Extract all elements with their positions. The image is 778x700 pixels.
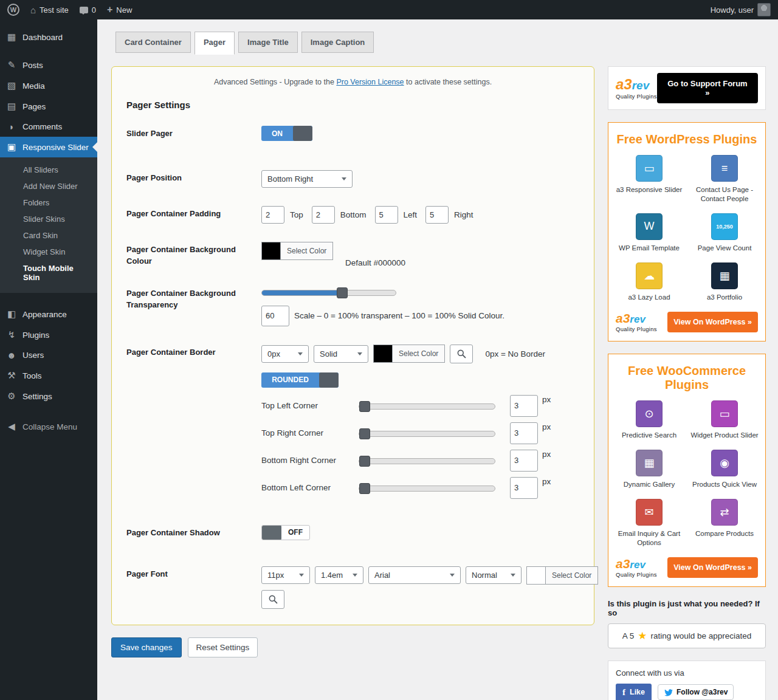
toggle-handle[interactable] — [293, 126, 312, 141]
plugin-item[interactable]: ▭ a3 Responsive Slider — [614, 155, 684, 204]
pages-icon: ▤ — [6, 101, 17, 112]
sidebar-sub-add-new-slider[interactable]: Add New Slider — [0, 178, 97, 194]
slider-pager-toggle[interactable]: ON — [261, 126, 312, 141]
plugin-item[interactable]: ☁ a3 Lazy Load — [614, 262, 684, 302]
pro-version-license-link[interactable]: Pro Version License — [336, 78, 404, 86]
view-on-wordpress-button[interactable]: View On WordPress » — [667, 557, 758, 578]
rating-box[interactable]: A 5 ★ rating would be appreciated — [608, 623, 766, 648]
font-select-color-button[interactable]: Select Color — [545, 566, 598, 585]
tab-image-caption[interactable]: Image Caption — [301, 32, 374, 53]
twitter-follow-button[interactable]: Follow @a3rev — [658, 684, 734, 700]
facebook-like-button[interactable]: f Like — [616, 684, 652, 700]
toggle-handle[interactable] — [319, 372, 339, 388]
tab-image-title[interactable]: Image Title — [238, 32, 298, 53]
padding-left-input[interactable] — [375, 206, 398, 224]
sidebar-item-posts[interactable]: ✎ Posts — [0, 55, 97, 75]
font-weight-select[interactable]: Normal — [466, 566, 522, 584]
corner-radius-input[interactable] — [510, 422, 538, 444]
corner-radius-slider[interactable] — [359, 428, 495, 439]
reset-settings-button[interactable]: Reset Settings — [188, 637, 258, 657]
background-select-color-button[interactable]: Select Color — [280, 242, 333, 260]
rounded-corners-toggle[interactable]: ROUNDED — [261, 372, 339, 388]
border-style-select[interactable]: Solid — [314, 345, 368, 363]
sidebar-sub-folders[interactable]: Folders — [0, 194, 97, 211]
padding-bottom-input[interactable] — [312, 206, 335, 224]
font-family-select[interactable]: Arial — [368, 566, 461, 584]
pager-position-select[interactable]: Bottom Right — [261, 170, 353, 188]
sidebar-item-pages[interactable]: ▤ Pages — [0, 96, 97, 117]
plugin-item[interactable]: ⊙ Predictive Search — [614, 400, 684, 440]
sidebar-item-appearance[interactable]: ◧ Appearance — [0, 304, 97, 324]
border-width-select[interactable]: 0px — [261, 345, 309, 363]
corner-radius-slider[interactable] — [359, 483, 495, 494]
support-forum-button[interactable]: Go to Support Forum » — [657, 73, 758, 103]
sidebar-sub-widget-skin[interactable]: Widget Skin — [0, 244, 97, 260]
transparency-input[interactable] — [261, 306, 289, 326]
font-size-select[interactable]: 11px — [261, 566, 310, 584]
corner-radius-slider[interactable] — [359, 456, 495, 467]
sidebar-sub-slider-skins[interactable]: Slider Skins — [0, 211, 97, 227]
slider-handle[interactable] — [359, 428, 370, 439]
plugin-item[interactable]: 10,250 Page View Count — [690, 213, 759, 253]
slider-track[interactable] — [359, 431, 495, 437]
plugin-item[interactable]: ✉ Email Inquiry & Cart Options — [614, 499, 684, 547]
border-preview-button[interactable] — [450, 345, 473, 363]
avatar — [757, 3, 771, 16]
plugin-name: a3 Portfolio — [707, 293, 742, 302]
chevron-down-icon — [511, 574, 515, 579]
font-color-control[interactable]: Select Color — [526, 566, 598, 585]
sidebar-item-settings[interactable]: ⚙ Settings — [0, 386, 97, 407]
sidebar-sub-all-sliders[interactable]: All Sliders — [0, 162, 97, 178]
sidebar-item-plugins[interactable]: ↯ Plugins — [0, 324, 97, 345]
corner-radius-input[interactable] — [510, 477, 538, 499]
sidebar-sub-touch-mobile-skin[interactable]: Touch Mobile Skin — [0, 260, 97, 286]
tab-pager[interactable]: Pager — [194, 32, 235, 55]
pager-shadow-toggle[interactable]: OFF — [261, 525, 310, 540]
plugin-item[interactable]: ⇄ Compare Products — [690, 499, 759, 547]
plugin-item[interactable]: ▭ Widget Product Slider — [690, 400, 759, 440]
admin-bar-new[interactable]: + New — [107, 0, 132, 19]
slider-track[interactable] — [359, 458, 495, 464]
sidebar-item-comments[interactable]: ◗ Comments — [0, 117, 97, 137]
sidebar-item-collapse-menu[interactable]: ◀ Collapse Menu — [0, 416, 97, 437]
plugin-item[interactable]: ▦ a3 Portfolio — [690, 262, 759, 302]
font-preview-button[interactable] — [261, 590, 284, 609]
howdy-menu[interactable]: Howdy, user — [711, 0, 771, 19]
slider-handle[interactable] — [359, 401, 370, 412]
site-name-link[interactable]: ⌂ Test site — [30, 0, 69, 19]
padding-top-input[interactable] — [261, 206, 284, 224]
sidebar-item-tools[interactable]: ⚒ Tools — [0, 365, 97, 386]
admin-bar-comments[interactable]: 0 — [80, 0, 96, 19]
corner-radius-slider[interactable] — [359, 401, 495, 412]
slider-track[interactable] — [359, 403, 495, 410]
sidebar-item-dashboard[interactable]: ▦ Dashboard — [0, 27, 97, 47]
wordpress-logo-icon[interactable]: W — [7, 4, 19, 16]
plugin-item[interactable]: ▦ Dynamic Gallery — [614, 450, 684, 489]
sidebar-item-media[interactable]: ▧ Media — [0, 75, 97, 96]
plugin-item[interactable]: ≡ Contact Us Page - Contact People — [690, 155, 759, 204]
slider-handle[interactable] — [359, 456, 370, 467]
slider-track[interactable] — [261, 290, 396, 296]
save-changes-button[interactable]: Save changes — [111, 637, 182, 657]
slider-handle[interactable] — [359, 483, 370, 494]
transparency-slider[interactable] — [261, 287, 396, 298]
border-select-color-button[interactable]: Select Color — [392, 345, 445, 363]
sidebar-sub-card-skin[interactable]: Card Skin — [0, 227, 97, 244]
toggle-handle[interactable] — [262, 525, 281, 540]
corner-radius-input[interactable] — [510, 395, 538, 417]
plugin-item[interactable]: W WP Email Template — [614, 213, 684, 253]
select-value: Bottom Right — [267, 174, 313, 184]
sidebar-item-responsive-slider[interactable]: ▣ Responsive Slider — [0, 137, 97, 157]
tab-card-container[interactable]: Card Container — [115, 32, 191, 53]
background-color-control[interactable]: Select Color — [261, 242, 333, 260]
view-on-wordpress-button[interactable]: View On WordPress » — [667, 312, 758, 332]
padding-right-input[interactable] — [425, 206, 449, 224]
corner-radius-input[interactable] — [510, 450, 538, 472]
plugin-item[interactable]: ◉ Products Quick View — [690, 450, 759, 489]
toggle-state-label: OFF — [281, 528, 309, 537]
slider-track[interactable] — [359, 486, 495, 492]
sidebar-item-users[interactable]: ☻ Users — [0, 345, 97, 365]
border-color-control[interactable]: Select Color — [373, 345, 445, 363]
line-height-select[interactable]: 1.4em — [315, 566, 363, 584]
slider-handle[interactable] — [337, 287, 348, 298]
